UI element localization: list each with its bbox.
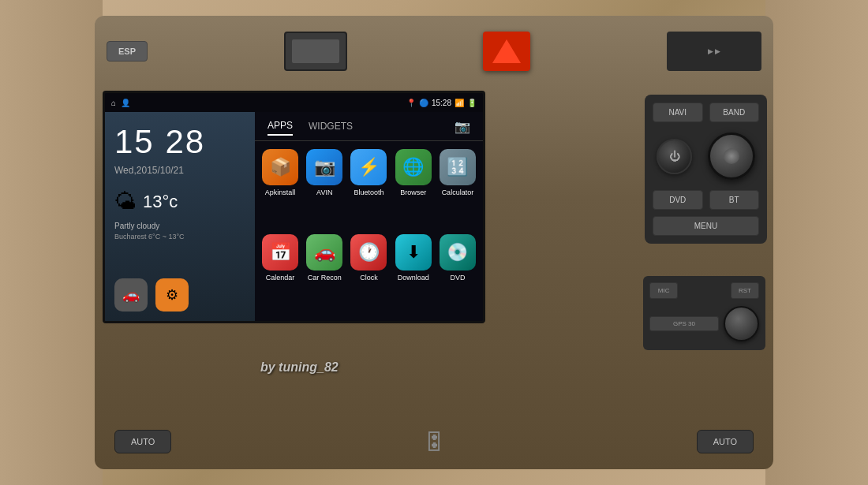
status-left: ⌂ 👤 [111, 99, 130, 107]
cassette-slot[interactable] [284, 32, 347, 71]
app-item-apkinstall[interactable]: 📦 Apkinstall [261, 149, 299, 228]
screen-content: 15 28 Wed,2015/10/21 🌤 13°c Partly cloud… [105, 112, 483, 321]
app-label-apkinstall: Apkinstall [265, 188, 296, 197]
esp-button[interactable]: ESP [107, 41, 148, 62]
top-controls: ESP ▶ ▶ [99, 20, 769, 83]
app-label-browser: Browser [400, 188, 426, 197]
auto-right-button[interactable]: AUTO [697, 430, 754, 453]
weather-desc: Partly cloudy Bucharest 6°C ~ 13°C [114, 221, 245, 242]
app-label-dvd: DVD [450, 274, 465, 282]
app-icon-avin: 📷 [306, 149, 342, 185]
camera-tab-icon[interactable]: 📷 [455, 119, 470, 134]
app-icon-calendar: 📅 [262, 234, 298, 270]
band-button[interactable]: BAND [709, 103, 760, 122]
app-label-carrecon: Car Recon [308, 274, 342, 282]
tab-widgets[interactable]: WIDGETS [309, 118, 353, 135]
power-icon: ⏻ [669, 150, 680, 162]
app-item-dvd[interactable]: 💿 DVD [439, 234, 477, 313]
app-icon-clock: 🕐 [350, 234, 387, 270]
apps-grid: 📦 Apkinstall 📷 AVIN ⚡ Bluetooth 🌐 Browse… [255, 141, 483, 321]
navi-button[interactable]: NAVI [653, 103, 703, 122]
tab-apps[interactable]: APPS [268, 117, 293, 136]
steering-icon: 🎛 [423, 429, 445, 455]
top-right-text: ▶ ▶ [708, 47, 721, 55]
bt-button[interactable]: BT [709, 190, 760, 210]
app-item-carrecon[interactable]: 🚗 Car Recon [305, 234, 343, 313]
app-item-avin[interactable]: 📷 AVIN [305, 149, 343, 228]
power-button[interactable]: ⏻ [657, 139, 692, 174]
app-icon-bluetooth: ⚡ [350, 149, 387, 185]
app-icon-browser: 🌐 [395, 149, 432, 185]
status-time: 15:28 [432, 99, 451, 107]
mic-rst-row: MIC RST [649, 282, 759, 299]
home-icon[interactable]: ⌂ [111, 99, 116, 107]
left-panel: 15 28 Wed,2015/10/21 🌤 13°c Partly cloud… [105, 112, 255, 321]
top-right-unit: ▶ ▶ [667, 32, 761, 71]
app-icon-download: ⬇ [395, 234, 432, 270]
watermark: by tuning_82 [260, 360, 339, 375]
app-label-download: Download [398, 274, 429, 282]
app-item-bluetooth[interactable]: ⚡ Bluetooth [350, 149, 387, 228]
rst-button[interactable]: RST [731, 282, 759, 299]
weather-icon: 🌤 [114, 188, 137, 215]
signal-icon: 📶 [455, 99, 464, 107]
dvd-button[interactable]: DVD [653, 190, 703, 210]
status-right: 📍 🔵 15:28 📶 🔋 [406, 99, 477, 107]
app-item-calendar[interactable]: 📅 Calendar [261, 234, 299, 313]
rotary-center [724, 148, 739, 164]
clock-display: 15 28 [114, 125, 245, 159]
app-icon-apkinstall: 📦 [262, 149, 298, 185]
app-icon-calculator: 🔢 [440, 149, 476, 185]
app-item-download[interactable]: ⬇ Download [395, 234, 432, 313]
app-label-clock: Clock [360, 274, 378, 282]
left-seat-area [0, 0, 103, 485]
app-item-calculator[interactable]: 🔢 Calculator [439, 149, 477, 228]
hazard-button[interactable] [483, 32, 530, 71]
car-interior: ESP ▶ ▶ ⌂ 👤 📍 🔵 15:28 📶 🔋 [0, 0, 868, 485]
weather-temp: 13°c [143, 192, 178, 212]
tune-knob[interactable] [724, 306, 759, 341]
tabs-bar: APPS WIDGETS 📷 [255, 112, 483, 141]
dvd-bt-row: DVD BT [653, 190, 759, 210]
hazard-icon [492, 39, 521, 63]
car-app-icon[interactable]: 🚗 [114, 278, 148, 312]
menu-button[interactable]: MENU [653, 216, 759, 236]
right-seat-area [765, 0, 868, 485]
bluetooth-status-icon: 🔵 [419, 99, 428, 107]
gps30-button[interactable]: GPS 30 [649, 316, 719, 331]
app-label-avin: AVIN [316, 188, 332, 197]
mic-button[interactable]: MIC [649, 282, 678, 299]
right-controls-upper: NAVI BAND ⏻ DVD BT MENU [645, 95, 767, 244]
apps-grid-icon[interactable]: ⚙ [155, 278, 189, 312]
app-item-browser[interactable]: 🌐 Browser [395, 149, 432, 228]
main-rotary-knob[interactable] [708, 132, 755, 180]
app-icon-carrecon: 🚗 [306, 234, 342, 270]
app-icon-dvd: 💿 [440, 234, 476, 270]
status-bar: ⌂ 👤 📍 🔵 15:28 📶 🔋 [105, 93, 483, 112]
person-icon[interactable]: 👤 [121, 99, 130, 107]
main-screen: ⌂ 👤 📍 🔵 15:28 📶 🔋 15 28 Wed,2015/10/21 🌤 [103, 91, 485, 323]
app-label-calculator: Calculator [442, 188, 474, 197]
navi-band-row: NAVI BAND [653, 103, 759, 122]
auto-left-button[interactable]: AUTO [114, 430, 171, 453]
date-display: Wed,2015/10/21 [114, 165, 245, 176]
cassette-slot-inner [292, 39, 339, 63]
right-panel: APPS WIDGETS 📷 📦 Apkinstall 📷 AVIN [255, 112, 483, 321]
right-controls-lower: MIC RST GPS 30 [643, 276, 765, 350]
bottom-app-icons: 🚗 ⚙ [114, 278, 245, 312]
app-item-clock[interactable]: 🕐 Clock [350, 234, 387, 313]
battery-icon: 🔋 [467, 99, 477, 107]
app-label-bluetooth: Bluetooth [354, 188, 383, 197]
weather-area: 🌤 13°c [114, 188, 245, 215]
bottom-panel: AUTO 🎛 AUTO [99, 418, 769, 465]
app-label-calendar: Calendar [266, 274, 295, 282]
location-icon: 📍 [406, 99, 416, 107]
